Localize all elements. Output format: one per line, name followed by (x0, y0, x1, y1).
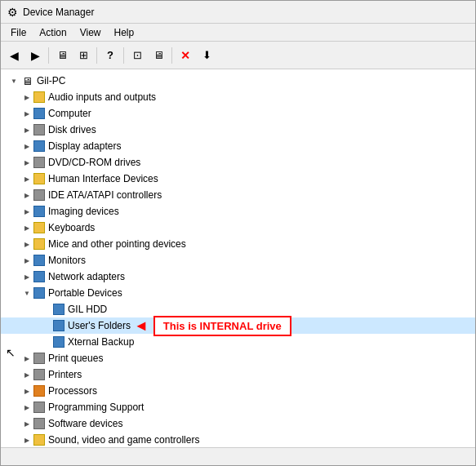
menu-view[interactable]: View (73, 25, 108, 40)
tree-item-disk[interactable]: Disk drives (1, 122, 475, 138)
back-button[interactable]: ◀ (4, 46, 24, 65)
tree-item-sound[interactable]: Sound, video and game controllers (1, 432, 475, 447)
printers-label: Printers (48, 369, 82, 380)
network-expander[interactable] (20, 270, 33, 283)
display-label: Display adapters (48, 140, 121, 152)
ide-label: IDE ATA/ATAPI controllers (48, 189, 162, 201)
ide-expander[interactable] (20, 189, 33, 202)
tree-root[interactable]: 🖥 Gil-PC (1, 73, 475, 89)
toolbar-sep-3 (123, 47, 124, 64)
printers-icon (33, 369, 45, 380)
hid-icon (33, 173, 45, 184)
processors-expander[interactable] (20, 384, 33, 397)
tree-item-users-folders[interactable]: User's Folders ◄ This is INTERNAL drive (1, 317, 475, 334)
software-icon (33, 418, 45, 429)
portable-label: Portable Devices (48, 287, 122, 299)
tree-item-mice[interactable]: Mice and other pointing devices (1, 236, 475, 252)
hid-expander[interactable] (20, 172, 33, 185)
tree-item-network[interactable]: Network adapters (1, 269, 475, 285)
toolbar-sep-2 (96, 47, 97, 64)
imaging-icon (33, 206, 45, 217)
menu-action[interactable]: Action (33, 25, 73, 40)
annotation-arrow: ◄ (134, 317, 149, 335)
tree-item-imaging[interactable]: Imaging devices (1, 203, 475, 220)
help-button[interactable]: ? (100, 46, 120, 65)
computer-label: Computer (48, 108, 91, 119)
hid-label: Human Interface Devices (48, 173, 158, 184)
display-icon (33, 140, 45, 152)
forward-button[interactable]: ▶ (25, 46, 45, 65)
portable-expander[interactable] (20, 286, 33, 300)
tree-item-software[interactable]: Software devices (1, 415, 475, 432)
audio-label: Audio inputs and outputs (48, 91, 156, 103)
programming-label: Programming Support (48, 402, 144, 413)
tree-item-display[interactable]: Display adapters (1, 138, 475, 154)
root-label: Gil-PC (37, 75, 65, 87)
sound-expander[interactable] (20, 433, 33, 446)
menu-file[interactable]: File (4, 25, 33, 40)
audio-icon (33, 91, 45, 103)
gil-hdd-icon (53, 304, 65, 315)
processors-icon (33, 385, 45, 397)
tree-item-print[interactable]: Print queues (1, 350, 475, 366)
tree-item-printers[interactable]: Printers (1, 366, 475, 383)
dvd-icon (33, 157, 45, 168)
keyboard-expander[interactable] (20, 221, 33, 234)
device-tree[interactable]: ↖ 🖥 Gil-PC Audio inputs and outputs Comp… (1, 69, 475, 447)
computer-button[interactable]: 🖥 (52, 46, 72, 65)
print-label: Print queues (48, 353, 103, 364)
device-button[interactable]: ⊞ (73, 46, 93, 65)
tree-item-audio[interactable]: Audio inputs and outputs (1, 89, 475, 105)
root-icon: 🖥 (20, 74, 33, 87)
portable-icon (33, 287, 45, 299)
monitors-label: Monitors (48, 255, 86, 266)
status-bar (1, 447, 475, 465)
monitors-icon (33, 255, 45, 266)
tree-item-portable[interactable]: Portable Devices (1, 285, 475, 301)
programming-expander[interactable] (20, 401, 33, 414)
annotation-box: This is INTERNAL drive (153, 316, 291, 336)
computer-expander[interactable] (20, 107, 33, 120)
audio-expander[interactable] (20, 91, 33, 104)
users-folders-label: User's Folders (68, 320, 131, 331)
dvd-expander[interactable] (20, 156, 33, 169)
tree-item-processors[interactable]: Processors (1, 383, 475, 399)
menu-help[interactable]: Help (108, 25, 141, 40)
update-button[interactable]: ⬇ (197, 46, 216, 65)
tree-item-keyboard[interactable]: Keyboards (1, 220, 475, 236)
toolbar-sep-1 (48, 47, 49, 64)
scan-button[interactable]: ⊡ (127, 46, 147, 65)
remove-button[interactable]: ✕ (176, 46, 195, 65)
monitors-expander[interactable] (20, 254, 33, 267)
display-expander[interactable] (20, 140, 33, 153)
root-expander[interactable] (7, 74, 20, 87)
dvd-label: DVD/CD-ROM drives (48, 157, 140, 168)
gil-hdd-label: GIL HDD (68, 304, 107, 315)
print-expander[interactable] (20, 352, 33, 365)
printers-expander[interactable] (20, 368, 33, 381)
disk-expander[interactable] (20, 123, 33, 136)
software-label: Software devices (48, 418, 122, 429)
ide-icon (33, 189, 45, 201)
device-manager-window: ⚙ Device Manager File Action View Help ◀… (0, 0, 476, 466)
tree-item-xternal[interactable]: Xternal Backup (1, 334, 475, 350)
users-folders-icon (53, 320, 65, 331)
processors-label: Processors (48, 385, 97, 397)
tree-item-dvd[interactable]: DVD/CD-ROM drives (1, 154, 475, 171)
tree-item-monitors[interactable]: Monitors (1, 252, 475, 269)
tree-item-programming[interactable]: Programming Support (1, 399, 475, 415)
imaging-expander[interactable] (20, 205, 33, 218)
tree-item-ide[interactable]: IDE ATA/ATAPI controllers (1, 187, 475, 203)
xternal-label: Xternal Backup (68, 336, 134, 348)
tree-item-hid[interactable]: Human Interface Devices (1, 171, 475, 187)
monitor-button[interactable]: 🖥 (149, 46, 168, 65)
tree-item-computer[interactable]: Computer (1, 105, 475, 122)
keyboard-icon (33, 222, 45, 233)
sound-label: Sound, video and game controllers (48, 434, 199, 446)
software-expander[interactable] (20, 417, 33, 430)
mice-expander[interactable] (20, 237, 33, 251)
window-title: Device Manager (23, 7, 94, 18)
programming-icon (33, 402, 45, 413)
keyboard-label: Keyboards (48, 222, 95, 233)
toolbar: ◀ ▶ 🖥 ⊞ ? ⊡ 🖥 ✕ ⬇ (1, 42, 475, 69)
